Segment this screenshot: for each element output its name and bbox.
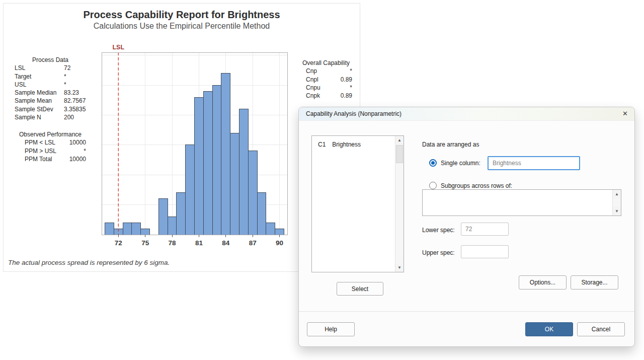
cancel-button[interactable]: Cancel — [577, 322, 625, 336]
observed-performance-heading: Observed Performance — [15, 130, 86, 138]
x-axis-tick-label: 75 — [141, 239, 149, 247]
lower-spec-input[interactable] — [461, 223, 509, 236]
x-axis-tick-label: 72 — [115, 239, 122, 247]
stat-row: Cnpk0.89 — [300, 92, 352, 100]
scroll-up-icon[interactable]: ▲ — [613, 190, 621, 198]
columns-list: C1Brightness — [312, 136, 395, 272]
close-icon[interactable]: ✕ — [622, 110, 628, 118]
upper-spec-input[interactable] — [461, 245, 509, 258]
textarea-scrollbar[interactable]: ▲ ▼ — [612, 190, 621, 215]
single-column-label: Single column: — [441, 160, 480, 167]
stat-row: PPM > USL* — [15, 147, 86, 155]
stat-row: Cnpu* — [300, 84, 352, 92]
x-axis-tick-label: 81 — [195, 239, 203, 247]
process-data-table: LSL72Target*USL*Sample Median83.23Sample… — [15, 64, 86, 121]
data-arranged-label: Data are arranged as — [422, 141, 479, 148]
capability-analysis-dialog: Capability Analysis (Nonparametric) ✕ C1… — [298, 107, 635, 347]
overall-capability-heading: Overall Capability — [300, 59, 352, 67]
process-data-heading: Process Data — [15, 56, 86, 64]
scrollbar-thumb[interactable] — [396, 145, 403, 163]
stat-row: Target* — [15, 73, 86, 81]
stat-row: PPM < LSL10000 — [15, 138, 86, 147]
select-button[interactable]: Select — [337, 282, 383, 296]
x-axis-tick-label: 90 — [276, 239, 283, 247]
subgroups-textarea[interactable]: ▲ ▼ — [422, 189, 621, 216]
report-title: Process Capability Report for Brightness — [4, 9, 360, 21]
lower-spec-label: Lower spec: — [422, 227, 455, 234]
options-button[interactable]: Options... — [519, 275, 567, 290]
column-list-item[interactable]: C1Brightness — [312, 136, 395, 148]
upper-spec-label: Upper spec: — [422, 249, 455, 256]
dialog-titlebar[interactable]: Capability Analysis (Nonparametric) ✕ — [299, 107, 634, 121]
scroll-down-icon[interactable]: ▼ — [613, 207, 621, 215]
stat-row: Cnpl0.89 — [300, 76, 352, 84]
stat-row: Sample Mean82.7567 — [15, 97, 86, 105]
x-axis-tick-label: 84 — [222, 239, 230, 247]
observed-performance-panel: Observed Performance PPM < LSL10000PPM >… — [15, 130, 86, 163]
stat-row: PPM Total10000 — [15, 155, 86, 163]
overall-capability-panel: Overall Capability Cnp*Cnpl0.89Cnpu*Cnpk… — [300, 59, 352, 100]
ok-button[interactable]: OK — [525, 322, 573, 336]
single-column-radio[interactable] — [429, 159, 437, 167]
subgroups-label: Subgroups across rows of: — [441, 182, 512, 189]
dialog-footer: Help OK Cancel — [299, 311, 634, 346]
scroll-down-icon[interactable]: ▼ — [395, 263, 404, 272]
listbox-scrollbar[interactable]: ▲ ▼ — [395, 136, 404, 272]
report-footnote: The actual process spread is represented… — [8, 259, 170, 266]
subgroups-radio[interactable] — [429, 182, 437, 189]
dialog-title: Capability Analysis (Nonparametric) — [306, 110, 401, 117]
stat-row: Sample N200 — [15, 113, 86, 121]
overall-capability-table: Cnp*Cnpl0.89Cnpu*Cnpk0.89 — [300, 67, 352, 100]
process-data-panel: Process Data LSL72Target*USL*Sample Medi… — [15, 56, 86, 121]
x-axis: 72757881848790 — [115, 235, 283, 247]
stat-row: USL* — [15, 81, 86, 89]
stat-row: Cnp* — [300, 67, 352, 75]
histogram-chart: LSL72757881848790 — [91, 42, 297, 251]
x-axis-tick-label: 87 — [249, 239, 257, 247]
help-button[interactable]: Help — [307, 322, 355, 336]
stat-row: LSL72 — [15, 64, 86, 72]
stat-row: Sample StDev3.35835 — [15, 105, 86, 113]
single-column-input[interactable] — [488, 156, 580, 170]
lsl-label: LSL — [112, 44, 124, 51]
scroll-up-icon[interactable]: ▲ — [395, 136, 404, 145]
observed-performance-table: PPM < LSL10000PPM > USL*PPM Total10000 — [15, 138, 86, 163]
stat-row: Sample Median83.23 — [15, 89, 86, 97]
storage-button[interactable]: Storage... — [571, 275, 618, 290]
report-subtitle: Calculations Use the Empirical Percentil… — [4, 22, 360, 31]
columns-listbox[interactable]: C1Brightness ▲ ▼ — [311, 135, 404, 272]
x-axis-tick-label: 78 — [169, 239, 177, 247]
